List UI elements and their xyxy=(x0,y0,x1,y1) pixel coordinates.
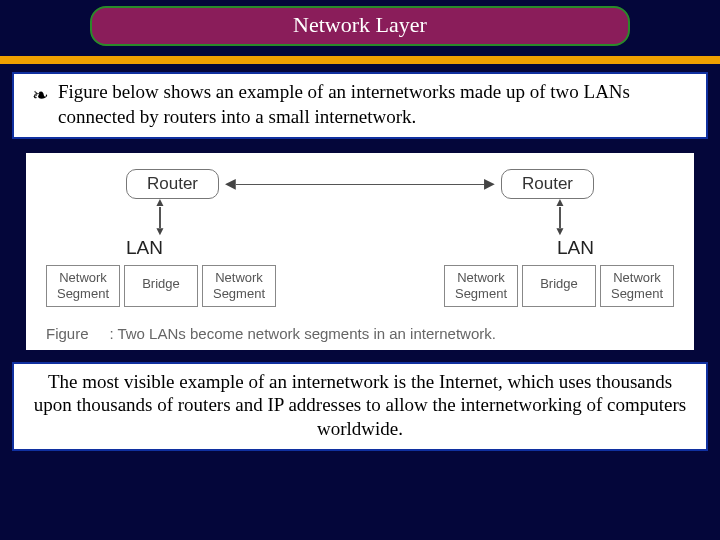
lan-right: LAN xyxy=(557,235,594,259)
title-bar: Network Layer xyxy=(90,6,630,46)
bridge-box: Bridge xyxy=(522,265,596,306)
page-title: Network Layer xyxy=(293,12,427,37)
body-text: Figure below shows an example of an inte… xyxy=(58,80,696,129)
arrow-left-icon: ◀ xyxy=(225,177,236,191)
arrow-down-icon: ▼ xyxy=(554,228,566,235)
arrow-right-icon: ▶ xyxy=(484,177,495,191)
routers-row: Router ◀ ▶ Router xyxy=(126,169,594,199)
arrow-up-icon: ▲ xyxy=(154,199,166,206)
arrow-up-icon: ▲ xyxy=(554,199,566,206)
figure-caption: Figure : Two LANs become network segment… xyxy=(46,325,674,342)
lan-row: LAN LAN xyxy=(126,235,594,259)
bridge-box: Bridge xyxy=(124,265,198,306)
segment-box: NetworkSegment xyxy=(444,265,518,306)
bottom-text: The most visible example of an internetw… xyxy=(34,371,687,440)
diagram: Router ◀ ▶ Router ▲ ▼ ▲ ▼ LAN LAN Networ… xyxy=(26,153,694,349)
arrow-down-icon: ▼ xyxy=(154,228,166,235)
body-text-block: ❧ Figure below shows an example of an in… xyxy=(12,72,708,139)
connector-line xyxy=(236,184,484,186)
segment-box: NetworkSegment xyxy=(202,265,276,306)
v-connector-left: ▲ ▼ xyxy=(154,199,166,235)
vertical-connectors: ▲ ▼ ▲ ▼ xyxy=(154,199,566,235)
lan-label-left: LAN xyxy=(126,237,163,259)
router-connection: ◀ ▶ xyxy=(225,177,495,191)
segment-group-right: NetworkSegment Bridge NetworkSegment xyxy=(444,265,674,306)
accent-divider xyxy=(0,56,720,64)
router-left: Router xyxy=(126,169,219,199)
caption-text: : Two LANs become network segments in an… xyxy=(109,325,496,342)
lan-left: LAN xyxy=(126,235,163,259)
bottom-text-block: The most visible example of an internetw… xyxy=(12,362,708,451)
segment-group-left: NetworkSegment Bridge NetworkSegment xyxy=(46,265,276,306)
bullet-icon: ❧ xyxy=(32,82,49,108)
segment-box: NetworkSegment xyxy=(600,265,674,306)
caption-prefix: Figure xyxy=(46,325,89,342)
lan-label-right: LAN xyxy=(557,237,594,259)
segment-box: NetworkSegment xyxy=(46,265,120,306)
v-connector-right: ▲ ▼ xyxy=(554,199,566,235)
segment-groups: NetworkSegment Bridge NetworkSegment Net… xyxy=(46,265,674,306)
router-right: Router xyxy=(501,169,594,199)
